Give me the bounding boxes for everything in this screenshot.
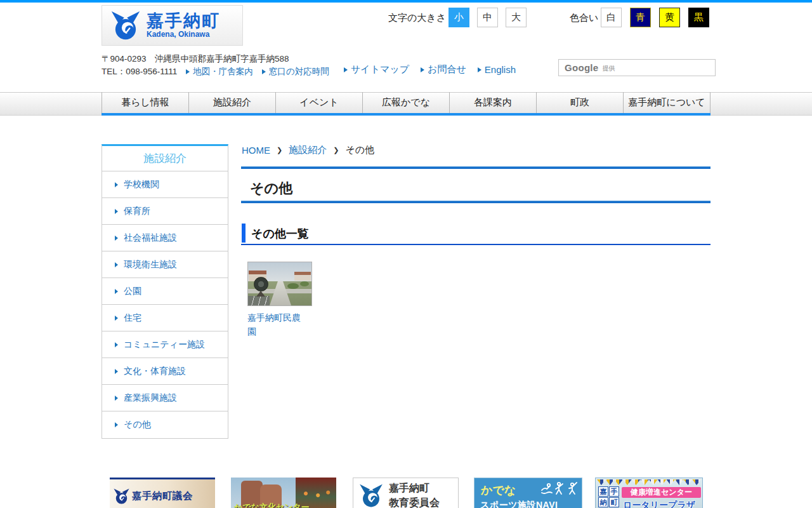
contact-link[interactable]: お問合せ — [421, 64, 466, 76]
sidebar-item-culture-sports[interactable]: 文化・体育施設 — [102, 358, 228, 385]
triangle-icon — [115, 316, 118, 321]
postal-address: 〒904-0293 沖縄県中頭郡嘉手納町字嘉手納588 — [102, 53, 289, 65]
font-size-medium-button[interactable]: 中 — [477, 8, 498, 27]
breadcrumb-home-link[interactable]: HOME — [242, 145, 270, 156]
top-accent-strip — [0, 0, 812, 3]
google-logo-text: Google — [565, 62, 598, 73]
color-scheme-white-button[interactable]: 白 — [601, 8, 622, 27]
nav-item-living-info[interactable]: 暮らし情報 — [102, 92, 188, 113]
triangle-icon — [115, 209, 118, 214]
triangle-icon — [186, 69, 190, 74]
nav-item-facilities[interactable]: 施設紹介 — [188, 92, 275, 113]
site-logo-text: 嘉手納町 Kadena, Okinawa — [147, 12, 220, 39]
sidebar-item-social-welfare[interactable]: 社会福祉施設 — [102, 225, 228, 251]
facility-card-kadena-farm[interactable]: 嘉手納町民農園 — [247, 262, 313, 338]
triangle-icon — [421, 67, 424, 72]
color-scheme-label: 色合い — [570, 12, 598, 24]
banner-board-of-education[interactable]: 嘉手納町 教育委員会 — [353, 478, 459, 508]
office-hours-link[interactable]: 窓口の対応時間 — [262, 66, 329, 77]
tel-number: TEL：098-956-1111 — [102, 66, 177, 77]
nav-item-about-kadena[interactable]: 嘉手納町について — [623, 92, 710, 113]
english-link[interactable]: English — [478, 64, 516, 75]
chevron-right-icon: ❯ — [277, 146, 282, 154]
sports-pictograms — [541, 481, 578, 495]
google-search-input[interactable]: Google 提供 — [558, 59, 716, 76]
google-provided-label: 提供 — [602, 64, 615, 73]
tennis-player-icon — [554, 481, 565, 495]
breadcrumb-facilities-link[interactable]: 施設紹介 — [289, 144, 327, 156]
sidebar-facilities-menu: 施設紹介 学校機関 保育所 社会福祉施設 環境衛生施設 公園 住宅 コミュニティ… — [102, 144, 228, 439]
title-rule-bottom — [241, 201, 710, 203]
nav-item-town-government[interactable]: 町政 — [536, 92, 623, 113]
town-emblem-icon — [110, 11, 141, 40]
quick-links: サイトマップ お問合せ English — [344, 64, 516, 76]
page: 嘉手納町 Kadena, Okinawa 文字の大きさ 小 中 大 色合い 白 … — [0, 0, 812, 508]
sidebar-item-industry[interactable]: 産業振興施設 — [102, 385, 228, 411]
font-size-small-button[interactable]: 小 — [449, 8, 469, 27]
banner-education-line2: 教育委員会 — [389, 495, 440, 508]
chevron-right-icon: ❯ — [333, 146, 339, 154]
banner-rotary-plaza-label: ロータリープラザ — [623, 500, 695, 508]
triangle-icon — [115, 369, 118, 374]
triangle-icon — [115, 422, 118, 427]
color-scheme-yellow-button[interactable]: 黄 — [659, 8, 680, 27]
breadcrumb-current: その他 — [345, 144, 374, 156]
town-emblem-icon — [113, 488, 130, 504]
town-char-tile: 納 — [598, 497, 608, 507]
font-size-label: 文字の大きさ — [388, 12, 446, 24]
swimmer-icon — [541, 481, 553, 495]
banner-town-council[interactable]: 嘉手納町議会 — [110, 478, 215, 508]
town-char-tile: 町 — [609, 497, 619, 507]
nav-underline — [102, 113, 710, 116]
sidebar-item-schools[interactable]: 学校機関 — [102, 171, 228, 198]
site-logo[interactable]: 嘉手納町 Kadena, Okinawa — [102, 5, 243, 46]
banner-sports-kadena-label: かでな — [481, 483, 516, 498]
batter-icon — [566, 481, 578, 495]
banner-health-town-tiles: 嘉 手 納 町 — [598, 486, 620, 507]
triangle-icon — [344, 67, 348, 72]
banner-culture-center[interactable]: かでな文化センター — [231, 478, 336, 508]
page-title: その他 — [250, 179, 292, 198]
tel-row: TEL：098-956-1111 地図・庁舎案内 窓口の対応時間 — [102, 66, 329, 77]
sidebar-item-parks[interactable]: 公園 — [102, 278, 228, 305]
nav-item-departments[interactable]: 各課案内 — [449, 92, 536, 113]
site-title: 嘉手納町 — [147, 12, 220, 30]
thumb-bush — [287, 283, 299, 289]
town-char-tile: 手 — [609, 486, 619, 497]
sidebar-title: 施設紹介 — [102, 146, 228, 171]
color-scheme-blue-button[interactable]: 青 — [630, 8, 651, 27]
section-underline — [241, 244, 710, 245]
sitemap-link[interactable]: サイトマップ — [344, 64, 409, 76]
banner-sports-navi-label: スポーツ施設NAVI — [480, 500, 558, 508]
banner-health-center[interactable]: 嘉 手 納 町 健康増進センター ロータリープラザ — [595, 478, 703, 508]
sidebar-item-nurseries[interactable]: 保育所 — [102, 198, 228, 225]
triangle-icon — [115, 289, 118, 294]
color-scheme-black-button[interactable]: 黒 — [688, 8, 709, 27]
sidebar-item-environment[interactable]: 環境衛生施設 — [102, 251, 228, 278]
section-accent-bar — [242, 224, 246, 243]
banner-town-council-label: 嘉手納町議会 — [132, 490, 193, 503]
sidebar-item-community[interactable]: コミュニティー施設 — [102, 331, 228, 358]
sidebar-item-other[interactable]: その他 — [102, 411, 228, 438]
town-emblem-icon — [358, 484, 384, 507]
main-nav-menu: 暮らし情報 施設紹介 イベント 広報かでな 各課案内 町政 嘉手納町について — [102, 92, 710, 113]
font-size-large-button[interactable]: 大 — [506, 8, 527, 27]
triangle-icon — [115, 396, 118, 401]
facility-link-label[interactable]: 嘉手納町民農園 — [247, 311, 301, 338]
site-title-en: Kadena, Okinawa — [147, 30, 220, 39]
triangle-icon — [115, 236, 118, 241]
triangle-icon — [115, 182, 118, 187]
title-rule-top — [241, 166, 710, 169]
map-office-link[interactable]: 地図・庁舎案内 — [186, 66, 253, 77]
town-char-tile: 嘉 — [598, 486, 608, 497]
nav-item-events[interactable]: イベント — [275, 92, 362, 113]
thumb-round-sign — [254, 277, 268, 291]
banner-sports-navi[interactable]: かでな スポーツ施設NAVI — [474, 478, 582, 508]
triangle-icon — [262, 69, 266, 74]
section-title: その他一覧 — [251, 226, 309, 241]
nav-item-public-relations[interactable]: 広報かでな — [362, 92, 449, 113]
banner-education-text: 嘉手納町 教育委員会 — [389, 481, 440, 508]
sidebar-item-housing[interactable]: 住宅 — [102, 305, 228, 331]
banner-culture-center-label: かでな文化センター — [234, 502, 310, 508]
banner-education-line1: 嘉手納町 — [389, 481, 440, 495]
